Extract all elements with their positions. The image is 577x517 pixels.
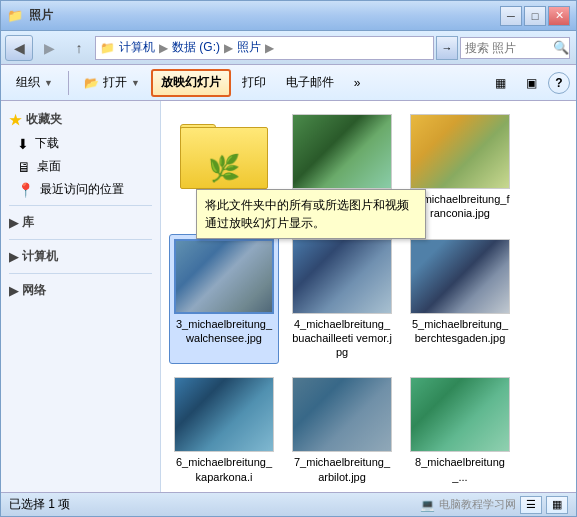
more-button[interactable]: » bbox=[345, 69, 370, 97]
favorites-label: 收藏夹 bbox=[26, 111, 62, 128]
email-button[interactable]: 电子邮件 bbox=[277, 69, 343, 97]
search-button[interactable]: 🔍 bbox=[550, 37, 572, 59]
chevron-network-icon: ▶ bbox=[9, 284, 18, 298]
chevron-library-icon: ▶ bbox=[9, 216, 18, 230]
file-name: 2_michaelbreitung_franconia.jpg bbox=[410, 192, 510, 221]
email-label: 电子邮件 bbox=[286, 74, 334, 91]
nav-go-button[interactable]: → bbox=[436, 36, 458, 60]
sidebar-desktop-label: 桌面 bbox=[37, 158, 61, 175]
sidebar-sep-1 bbox=[9, 205, 152, 206]
status-bar: 已选择 1 项 💻 电脑教程学习网 ☰ ▦ bbox=[1, 492, 576, 516]
more-label: » bbox=[354, 76, 361, 90]
list-item[interactable]: 7_michaelbreitung_arbilot.jpg bbox=[287, 372, 397, 489]
folder-thumbnail: 🌿 bbox=[174, 114, 274, 189]
image-thumbnail bbox=[410, 114, 510, 189]
maximize-button[interactable]: □ bbox=[524, 6, 546, 26]
print-label: 打印 bbox=[242, 74, 266, 91]
list-item[interactable]: 1_michaelbreitung_quiraingview.jpg bbox=[287, 109, 397, 226]
toolbar: 组织 ▼ 📂 打开 ▼ 放映幻灯片 打印 电子邮件 » ▦ ▣ ? bbox=[1, 65, 576, 101]
file-name: 5_michaelbreitung_berchtesgaden.jpg bbox=[410, 317, 510, 346]
folder-icon-sm: 📁 bbox=[100, 41, 115, 55]
address-photos[interactable]: 照片 bbox=[237, 39, 261, 56]
network-section[interactable]: ▶ 网络 bbox=[1, 278, 160, 303]
up-button[interactable]: ↑ bbox=[65, 35, 93, 61]
file-name: 4_michaelbreitung_buachailleeti vemor.jp… bbox=[292, 317, 392, 360]
title-bar: 📁 照片 ─ □ ✕ bbox=[1, 1, 576, 31]
sidebar-item-download[interactable]: ⬇ 下载 bbox=[1, 132, 160, 155]
desktop-icon: 🖥 bbox=[17, 159, 31, 175]
file-name: 1_michaelbreitung_quiraingview.jpg bbox=[292, 192, 392, 221]
image-thumbnail bbox=[174, 239, 274, 314]
status-right: 💻 电脑教程学习网 ☰ ▦ bbox=[420, 496, 568, 514]
image-thumbnail bbox=[292, 377, 392, 452]
favorites-section: ★ 收藏夹 ⬇ 下载 🖥 桌面 📍 最近访问的位置 bbox=[1, 107, 160, 201]
image-thumbnail bbox=[292, 114, 392, 189]
download-icon: ⬇ bbox=[17, 136, 29, 152]
address-computer[interactable]: 计算机 bbox=[119, 39, 155, 56]
toolbar-right: ▦ ▣ ? bbox=[486, 69, 570, 97]
search-bar: 🔍 bbox=[460, 36, 572, 60]
open-label: 打开 bbox=[103, 74, 127, 91]
computer-section[interactable]: ▶ 计算机 bbox=[1, 244, 160, 269]
slideshow-button[interactable]: 放映幻灯片 bbox=[151, 69, 231, 97]
list-item[interactable]: 2_michaelbreitung_franconia.jpg bbox=[405, 109, 515, 226]
sidebar-item-recent[interactable]: 📍 最近访问的位置 bbox=[1, 178, 160, 201]
file-grid: 🌿 风景 1_michaelbreitung_quiraingview.jpg … bbox=[169, 109, 568, 489]
organize-label: 组织 bbox=[16, 74, 40, 91]
organize-button[interactable]: 组织 ▼ bbox=[7, 69, 62, 97]
image-thumbnail bbox=[410, 377, 510, 452]
organize-arrow: ▼ bbox=[44, 78, 53, 88]
image-thumbnail bbox=[174, 377, 274, 452]
close-button[interactable]: ✕ bbox=[548, 6, 570, 26]
forward-button[interactable]: ▶ bbox=[35, 35, 63, 61]
open-button[interactable]: 📂 打开 ▼ bbox=[75, 69, 149, 97]
back-button[interactable]: ◀ bbox=[5, 35, 33, 61]
list-item[interactable]: 3_michaelbreitung_walchensee.jpg bbox=[169, 234, 279, 365]
library-label: 库 bbox=[22, 214, 34, 231]
slideshow-label: 放映幻灯片 bbox=[161, 74, 221, 91]
sidebar: ★ 收藏夹 ⬇ 下载 🖥 桌面 📍 最近访问的位置 ▶ bbox=[1, 101, 161, 492]
open-icon: 📂 bbox=[84, 76, 99, 90]
explorer-window: 📁 照片 ─ □ ✕ ◀ ▶ ↑ 📁 计算机 ▶ 数据 (G:) ▶ 照片 ▶ … bbox=[0, 0, 577, 517]
pane-button[interactable]: ▣ bbox=[517, 69, 546, 97]
title-bar-controls: ─ □ ✕ bbox=[500, 6, 570, 26]
file-name: 7_michaelbreitung_arbilot.jpg bbox=[292, 455, 392, 484]
sidebar-item-desktop[interactable]: 🖥 桌面 bbox=[1, 155, 160, 178]
recent-icon: 📍 bbox=[17, 182, 34, 198]
list-item[interactable]: 4_michaelbreitung_buachailleeti vemor.jp… bbox=[287, 234, 397, 365]
open-arrow: ▼ bbox=[131, 78, 140, 88]
list-item[interactable]: 8_michaelbreitung_... bbox=[405, 372, 515, 489]
address-bar: 📁 计算机 ▶ 数据 (G:) ▶ 照片 ▶ bbox=[95, 36, 434, 60]
nav-bar: ◀ ▶ ↑ 📁 计算机 ▶ 数据 (G:) ▶ 照片 ▶ → 🔍 bbox=[1, 31, 576, 65]
file-name: 3_michaelbreitung_walchensee.jpg bbox=[174, 317, 274, 346]
library-section[interactable]: ▶ 库 bbox=[1, 210, 160, 235]
image-thumbnail bbox=[292, 239, 392, 314]
file-name: 6_michaelbreitung_kaparkona.i bbox=[174, 455, 274, 484]
minimize-button[interactable]: ─ bbox=[500, 6, 522, 26]
status-text: 已选择 1 项 bbox=[9, 496, 70, 513]
file-name: 8_michaelbreitung_... bbox=[410, 455, 510, 484]
computer-icon: 💻 bbox=[420, 498, 435, 512]
main-area: ★ 收藏夹 ⬇ 下载 🖥 桌面 📍 最近访问的位置 ▶ bbox=[1, 101, 576, 492]
watermark-text: 电脑教程学习网 bbox=[439, 497, 516, 512]
print-button[interactable]: 打印 bbox=[233, 69, 275, 97]
list-item[interactable]: 5_michaelbreitung_berchtesgaden.jpg bbox=[405, 234, 515, 365]
address-drive[interactable]: 数据 (G:) bbox=[172, 39, 220, 56]
sidebar-download-label: 下载 bbox=[35, 135, 59, 152]
computer-section-label: 计算机 bbox=[22, 248, 58, 265]
window-title: 照片 bbox=[29, 7, 53, 24]
sidebar-recent-label: 最近访问的位置 bbox=[40, 181, 124, 198]
star-icon: ★ bbox=[9, 112, 22, 128]
network-label: 网络 bbox=[22, 282, 46, 299]
sidebar-sep-2 bbox=[9, 239, 152, 240]
view-list-button[interactable]: ☰ bbox=[520, 496, 542, 514]
view-grid-button[interactable]: ▦ bbox=[546, 496, 568, 514]
help-button[interactable]: ? bbox=[548, 72, 570, 94]
favorites-header[interactable]: ★ 收藏夹 bbox=[1, 107, 160, 132]
view-button[interactable]: ▦ bbox=[486, 69, 515, 97]
toolbar-separator-1 bbox=[68, 71, 69, 95]
folder-item[interactable]: 🌿 风景 bbox=[169, 109, 279, 226]
list-item[interactable]: 6_michaelbreitung_kaparkona.i bbox=[169, 372, 279, 489]
chevron-computer-icon: ▶ bbox=[9, 250, 18, 264]
sidebar-sep-3 bbox=[9, 273, 152, 274]
